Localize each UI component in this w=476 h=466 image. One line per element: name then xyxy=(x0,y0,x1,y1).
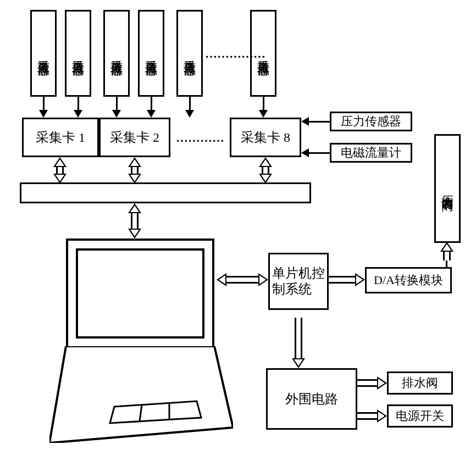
weight-sensor-box-3: 重量传感器 xyxy=(103,10,130,97)
card-label: 采集卡 1 xyxy=(36,130,85,146)
pressure-sensor-box: 压力传感器 xyxy=(330,112,412,131)
da-label: D/A转换模块 xyxy=(374,273,443,287)
mcu-controller-box: 单片机控制系统 xyxy=(268,253,329,310)
peripheral-circuit-box: 外围电路 xyxy=(266,368,357,430)
pressure-sensor-label: 压力传感器 xyxy=(341,114,401,129)
flow-meter-box: 电磁流量计 xyxy=(330,143,412,163)
acquisition-card-1: 采集卡 1 xyxy=(22,118,99,157)
laptop-icon xyxy=(49,238,231,442)
weight-sensor-label: 重量传感器 xyxy=(37,51,50,56)
sensor-ellipsis: …………… xyxy=(205,47,265,61)
weight-sensor-box-1: 重量传感器 xyxy=(30,10,57,97)
weight-sensor-label: 重量传感器 xyxy=(145,51,158,56)
weight-sensor-label: 重量传感器 xyxy=(71,51,85,56)
acquisition-card-2: 采集卡 2 xyxy=(99,118,170,157)
da-module-box: D/A转换模块 xyxy=(365,267,452,293)
flow-meter-label: 电磁流量计 xyxy=(341,146,401,160)
acquisition-card-8: 采集卡 8 xyxy=(230,118,301,157)
pressure-valve-box: 压力调节阀 xyxy=(434,134,461,243)
card-label: 采集卡 8 xyxy=(241,130,290,146)
weight-sensor-box-2: 重量传感器 xyxy=(65,10,91,97)
pressure-valve-label: 压力调节阀 xyxy=(441,186,454,191)
card-label: 采集卡 2 xyxy=(110,130,159,146)
power-switch-label: 电源开关 xyxy=(396,409,444,423)
peripheral-label: 外围电路 xyxy=(285,391,338,407)
mcu-label: 单片机控制系统 xyxy=(272,265,325,297)
drain-valve-label: 排水阀 xyxy=(402,376,438,390)
weight-sensor-box-4: 重量传感器 xyxy=(138,10,164,97)
bus-bar xyxy=(20,182,311,203)
diagram-root: 重量传感器 重量传感器 重量传感器 重量传感器 重量传感器 重量传感器 …………… xyxy=(0,0,476,466)
power-switch-box: 电源开关 xyxy=(387,404,453,428)
weight-sensor-label: 重量传感器 xyxy=(183,51,196,56)
drain-valve-box: 排水阀 xyxy=(387,371,453,395)
svg-marker-0 xyxy=(49,346,233,443)
weight-sensor-box-5: 重量传感器 xyxy=(176,10,203,97)
card-ellipsis: ………… xyxy=(176,131,224,145)
weight-sensor-label: 重量传感器 xyxy=(110,51,123,56)
